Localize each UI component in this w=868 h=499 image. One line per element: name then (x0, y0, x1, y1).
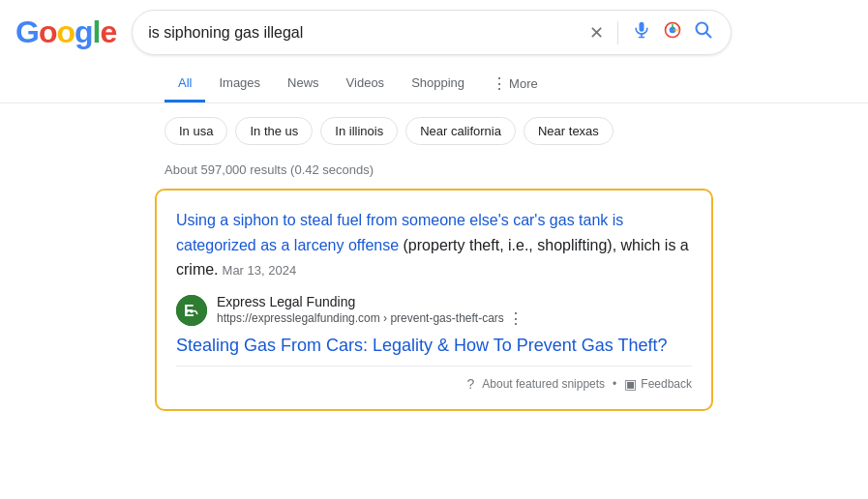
clear-icon: ✕ (589, 22, 604, 44)
nav-tabs: All Images News Videos Shopping ⋮ More (0, 65, 868, 103)
search-bar: ✕ (132, 10, 732, 55)
source-icon: E (176, 295, 207, 326)
feedback-button[interactable]: ▣ Feedback (624, 376, 692, 392)
dots-icon: ⋮ (492, 74, 507, 93)
clear-button[interactable]: ✕ (587, 20, 606, 45)
about-snippets-text[interactable]: About featured snippets (482, 377, 605, 391)
divider (617, 21, 618, 44)
snippet-footer: ? About featured snippets • ▣ Feedback (176, 366, 692, 392)
chip-near-california[interactable]: Near california (405, 117, 516, 145)
search-icon (694, 20, 713, 44)
chip-in-usa[interactable]: In usa (165, 117, 227, 145)
feedback-icon: ▣ (624, 376, 637, 392)
chip-in-the-us[interactable]: In the us (235, 117, 313, 145)
source-info: Express Legal Funding https://expressleg… (217, 294, 524, 328)
snippet-title-link[interactable]: Stealing Gas From Cars: Legality & How T… (176, 336, 668, 355)
chip-in-illinois[interactable]: In illinois (320, 117, 398, 145)
lens-button[interactable] (661, 18, 684, 46)
chip-near-texas[interactable]: Near texas (524, 117, 614, 145)
tab-news[interactable]: News (274, 66, 333, 103)
tab-videos[interactable]: Videos (333, 66, 399, 103)
source-menu-icon[interactable]: ⋮ (508, 309, 524, 328)
filter-chips: In usa In the us In illinois Near califo… (0, 103, 868, 159)
source-url-row: https://expresslegalfunding.com › preven… (217, 309, 524, 328)
svg-line-6 (706, 33, 711, 38)
lens-icon (663, 20, 682, 44)
snippet-source: E Express Legal Funding https://expressl… (176, 294, 692, 328)
mic-icon (632, 20, 651, 44)
svg-rect-0 (640, 22, 644, 32)
tab-all[interactable]: All (165, 66, 205, 103)
more-menu[interactable]: ⋮ More (478, 65, 552, 103)
tab-shopping[interactable]: Shopping (398, 66, 478, 103)
results-count: About 597,000 results (0.42 seconds) (0, 159, 868, 189)
mic-button[interactable] (630, 18, 653, 46)
footer-dot: • (613, 377, 616, 391)
featured-snippet: Using a siphon to steal fuel from someon… (155, 189, 713, 411)
tab-images[interactable]: Images (205, 66, 274, 103)
snippet-date: Mar 13, 2024 (223, 263, 297, 278)
snippet-text: Using a siphon to steal fuel from someon… (176, 208, 692, 282)
source-url-text: https://expresslegalfunding.com › preven… (217, 311, 504, 325)
header: Google ✕ (0, 0, 868, 65)
feedback-label: Feedback (641, 377, 692, 391)
more-label: More (509, 76, 538, 91)
google-logo: Google (15, 15, 116, 50)
search-input[interactable] (148, 24, 580, 42)
source-name: Express Legal Funding (217, 294, 524, 309)
help-icon: ? (467, 376, 475, 392)
search-button[interactable] (692, 18, 715, 46)
